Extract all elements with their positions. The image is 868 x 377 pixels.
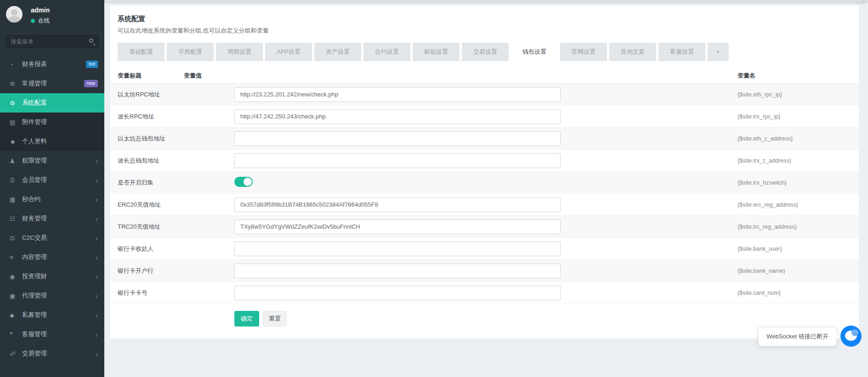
header-variable-name: 变量名 <box>730 72 859 80</box>
variable-name: {$site.card_num} <box>730 290 859 296</box>
sidebar-item-agent-manage[interactable]: ▣ 代理管理 <box>0 286 104 305</box>
tab-other-text[interactable]: 其他文案 <box>609 43 656 61</box>
tab-app-settings[interactable]: APP设置 <box>265 43 312 61</box>
tab-period-settings[interactable]: 周期设置 <box>216 43 263 61</box>
tab-contract-settings[interactable]: 合约设置 <box>363 43 410 61</box>
input-card_num[interactable] <box>234 286 561 300</box>
main-area: 正版 系统配置 可以在此增改系统的变量和分组,也可以自定义分组和变量 基础配置字… <box>104 0 868 377</box>
sidebar-item-seconds-contract[interactable]: ▦ 秒合约 <box>0 190 104 209</box>
chat-widget-button[interactable] <box>840 326 862 347</box>
chevron-left-icon <box>96 157 98 165</box>
variable-label: 银行卡收款人 <box>110 245 234 253</box>
chevron-left-icon <box>96 253 98 261</box>
menu-item-label: 交易管理 <box>22 349 47 358</box>
table-row-eth_z_address: 以太坊总钱包地址 {$site.eth_z_address} <box>110 128 859 150</box>
user-status: 在线 <box>31 17 50 25</box>
variable-value-cell <box>234 242 730 256</box>
tab-email-settings[interactable]: 邮箱设置 <box>413 43 460 61</box>
tab-trade-settings[interactable]: 交易设置 <box>462 43 509 61</box>
tab-wallet-settings[interactable]: 钱包设置 <box>511 43 558 61</box>
menu-item-label: 权限管理 <box>22 157 47 165</box>
sidebar-item-trade-manage[interactable]: ☍ 交易管理 <box>0 344 104 363</box>
tab-basic-config[interactable]: 基础配置 <box>118 43 165 61</box>
config-tabs: 基础配置字典配置周期设置APP设置资产设置合约设置邮箱设置交易设置钱包设置官网设… <box>110 43 859 61</box>
table-row-trx_hzswitch: 是否开启归集 {$site.trx_hzswitch} <box>110 172 859 194</box>
tab-service-settings[interactable]: 客服设置 <box>658 43 705 61</box>
gem-icon: ◆ <box>10 312 22 319</box>
user-meta: admin 在线 <box>31 6 50 25</box>
sidebar-item-finance-manage[interactable]: ☷ 财务管理 <box>0 209 104 228</box>
sidebar-item-content-manage[interactable]: ≡ 内容管理 <box>0 248 104 267</box>
chat-bubble-notch <box>851 329 858 336</box>
variable-label: 银行卡卡号 <box>110 289 234 297</box>
menu-item-label: 财务报表 <box>22 60 47 68</box>
variable-value-cell <box>234 177 730 188</box>
chevron-left-icon <box>96 331 98 338</box>
chevron-left-icon <box>96 234 98 242</box>
briefcase-icon: ▣ <box>10 293 22 299</box>
tab-asset-settings[interactable]: 资产设置 <box>314 43 361 61</box>
sidebar-item-finance-report[interactable]: ◔ 财务报表 hot <box>0 55 104 74</box>
table-row-trc_reg_address: TRC20充值地址 {$site.trc_reg_address} <box>110 216 859 238</box>
add-tab-button[interactable]: + <box>708 43 729 61</box>
variable-name: {$site.trx_z_address} <box>730 158 859 164</box>
menu-item-label: 财务管理 <box>22 214 47 223</box>
menu-search-input[interactable] <box>5 34 99 49</box>
table-body: 以太坊RPC地址 {$site.eth_rpc_ip} 波长RPC地址 {$si… <box>110 84 859 304</box>
input-erc_reg_address[interactable] <box>234 197 561 212</box>
scale-icon: ⚖ <box>10 235 22 242</box>
input-bank_user[interactable] <box>234 242 561 256</box>
variable-name: {$site.eth_rpc_ip} <box>730 91 859 98</box>
search-icon[interactable] <box>89 39 93 43</box>
variable-value-cell <box>234 219 730 234</box>
input-trx_z_address[interactable] <box>234 153 561 168</box>
variable-label: ERC20充值地址 <box>110 201 234 209</box>
user-block: admin 在线 <box>0 0 104 27</box>
input-eth_z_address[interactable] <box>234 131 561 146</box>
menu-item-label: 客服管理 <box>22 330 47 338</box>
status-label: 在线 <box>38 17 50 25</box>
chevron-left-icon <box>96 292 98 300</box>
variable-name: {$site.trx_rpc_ip} <box>730 113 859 120</box>
table-row-eth_rpc_ip: 以太坊RPC地址 {$site.eth_rpc_ip} <box>110 84 859 106</box>
toggle-trx_hzswitch[interactable] <box>234 177 253 187</box>
sidebar-item-investment[interactable]: ◉ 投资理财 <box>0 267 104 286</box>
variable-label: 波长RPC地址 <box>110 113 234 121</box>
variable-name: {$site.trx_hzswitch} <box>730 180 859 186</box>
input-bank_name[interactable] <box>234 264 561 278</box>
avatar[interactable] <box>6 6 23 23</box>
chevron-left-icon <box>96 196 98 203</box>
user-icon: ☻ <box>10 138 22 145</box>
sidebar-item-profile[interactable]: ☻ 个人资料 <box>0 132 104 151</box>
sidebar-item-general-manage[interactable]: ⚙ 常规管理 new <box>0 74 104 93</box>
sidebar-item-private-fund[interactable]: ◆ 私募管理 <box>0 305 104 325</box>
reset-button[interactable]: 重置 <box>263 311 287 326</box>
sidebar-item-permission[interactable]: ♟ 权限管理 <box>0 151 104 170</box>
input-trx_rpc_ip[interactable] <box>234 109 561 124</box>
variable-value-cell <box>234 131 730 146</box>
sidebar-item-c2c-trade[interactable]: ⚖ C2C交易 <box>0 228 104 248</box>
tab-dict-config[interactable]: 字典配置 <box>167 43 214 61</box>
chevron-left-icon <box>96 311 98 319</box>
sidebar-item-customer-service[interactable]: ❞ 客服管理 <box>0 325 104 344</box>
sidebar-item-system-config[interactable]: ⚙ 系统配置 <box>0 93 104 113</box>
tab-website-settings[interactable]: 官网设置 <box>560 43 607 61</box>
menu-item-label: 秒合约 <box>22 195 41 203</box>
input-trc_reg_address[interactable] <box>234 219 561 234</box>
online-dot-icon <box>31 19 35 23</box>
menu-item-label: 系统配置 <box>22 99 47 107</box>
dashboard-icon: ◔ <box>10 61 22 68</box>
sidebar-item-attachment[interactable]: ▤ 附件管理 <box>0 113 104 132</box>
sidebar-item-member-manage[interactable]: ☰ 会员管理 <box>0 170 104 190</box>
table-row-trx_z_address: 波长总钱包地址 {$site.trx_z_address} <box>110 150 859 172</box>
variable-value-cell <box>234 109 730 124</box>
user-name: admin <box>31 6 50 14</box>
menu-item-label: 个人资料 <box>22 137 47 146</box>
menu-item-badge: hot <box>86 61 98 68</box>
input-eth_rpc_ip[interactable] <box>234 87 561 102</box>
menu-item-label: 内容管理 <box>22 253 47 261</box>
variable-value-cell <box>234 197 730 212</box>
table-row-erc_reg_address: ERC20充值地址 {$site.erc_reg_address} <box>110 194 859 216</box>
menu-item-label: 附件管理 <box>22 118 47 126</box>
submit-button[interactable]: 确定 <box>234 311 259 326</box>
